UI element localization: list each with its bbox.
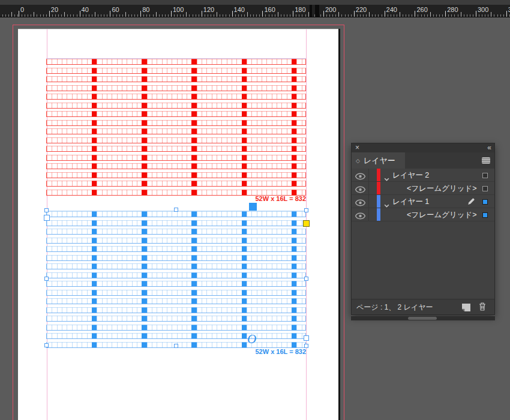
grid-line-row (46, 325, 306, 331)
selection-handle-top-center[interactable] (174, 208, 178, 212)
panel-titlebar[interactable]: × « (352, 143, 494, 152)
ruler-number-label: 280 (447, 6, 458, 13)
lock-toggle-cell[interactable] (369, 182, 377, 194)
grid-line-row (46, 190, 306, 196)
ruler-major-tick (202, 11, 202, 17)
visibility-eye-icon[interactable] (355, 211, 365, 218)
new-layer-button[interactable] (462, 303, 470, 311)
ruler-page-edge-notch (315, 5, 319, 17)
selection-proxy-square[interactable] (482, 212, 488, 218)
grid-line-row (46, 229, 306, 235)
ruler-major-tick (232, 11, 233, 17)
grid-line-row (46, 316, 306, 322)
ruler-number-label: 220 (356, 6, 367, 13)
tab-layers[interactable]: ◇ レイヤー (352, 152, 405, 169)
visibility-eye-icon[interactable] (355, 198, 365, 205)
layer-color-swatch (377, 169, 380, 181)
selection-proxy-square[interactable] (482, 199, 488, 205)
grid-line-row (46, 272, 306, 278)
layer-color-swatch (377, 195, 380, 208)
corner-edit-yellow-widget[interactable] (303, 220, 310, 227)
lock-toggle-cell[interactable] (369, 208, 377, 221)
ruler-number-label: 0 (20, 6, 24, 13)
grid-line-row (46, 181, 306, 187)
grid-line-row (46, 220, 306, 226)
selection-handle-mid-right[interactable] (304, 277, 308, 281)
selection-proxy-square[interactable] (482, 186, 488, 191)
layer-item-frame-grid-red[interactable]: <フレームグリッド> (352, 182, 494, 195)
scrollbar-thumb[interactable] (408, 317, 437, 320)
layer-row-layer1[interactable]: レイヤー 1 (352, 195, 494, 208)
ruler-major-tick (476, 11, 476, 17)
panel-status-bar: ページ : 1、 2 レイヤー (352, 299, 494, 314)
ruler-major-tick (49, 11, 50, 17)
panel-group-scrollbar[interactable] (351, 316, 495, 320)
ruler-major-tick (415, 11, 415, 17)
red-grid-dimensions-label: 52W x 16L = 832 (256, 195, 307, 202)
grid-line-row (46, 146, 306, 152)
grid-line-row (46, 155, 306, 161)
frame-adornment-square[interactable] (249, 203, 257, 211)
text-frame-out-port[interactable] (304, 335, 309, 341)
grid-line-row (46, 255, 306, 261)
frame-grid-blue-selected[interactable] (46, 211, 306, 348)
expand-chevron-icon[interactable] (384, 200, 389, 204)
ruler-major-tick (293, 11, 293, 17)
selection-handle-top-left[interactable] (44, 208, 49, 212)
ruler-number-label: 260 (416, 6, 427, 13)
grid-line-row (46, 290, 306, 296)
text-frame-in-port[interactable] (44, 215, 50, 221)
layer-name[interactable]: レイヤー 1 (392, 197, 429, 207)
lock-toggle-cell[interactable] (369, 169, 377, 181)
layer-color-swatch (377, 182, 380, 194)
selection-handle-top-right[interactable] (304, 208, 308, 212)
layer-row-layer2[interactable]: レイヤー 2 (352, 169, 494, 182)
layer-color-swatch (377, 208, 380, 221)
grid-line-row (46, 307, 306, 313)
grid-line-row (46, 137, 306, 143)
ruler-major-tick (19, 11, 19, 17)
horizontal-ruler[interactable]: 0204060801001201401601802002202402602803… (0, 5, 510, 17)
layers-list: レイヤー 2 <フレームグリッド> レイヤー 1 < (352, 169, 494, 299)
ruler-major-tick (140, 11, 141, 17)
grid-text-character: O (247, 332, 256, 347)
ruler-number-label: 300 (478, 6, 488, 13)
ruler-number-label: 100 (173, 6, 184, 13)
blue-grid-dimensions-label: 52W x 16L = 832 (256, 348, 307, 355)
selection-handle-bottom-center[interactable] (174, 344, 178, 348)
pen-edit-icon (467, 197, 475, 206)
grid-line-row (46, 172, 306, 178)
close-icon[interactable]: × (355, 143, 359, 152)
ruler-page-edge-notch (310, 5, 312, 17)
layer-item-name[interactable]: <フレームグリッド> (407, 210, 477, 220)
selection-handle-mid-left[interactable] (44, 277, 49, 281)
window-chrome (0, 0, 510, 5)
panel-tab-bar: ◇ レイヤー (352, 152, 494, 169)
selection-proxy-square[interactable] (482, 173, 488, 178)
tab-layers-label: レイヤー (364, 155, 395, 166)
selection-handle-bottom-right[interactable] (304, 344, 308, 348)
selection-handle-bottom-left[interactable] (44, 343, 49, 347)
ruler-number-label: 40 (82, 6, 89, 13)
grid-line-row (46, 103, 306, 109)
visibility-eye-icon[interactable] (355, 172, 365, 179)
ruler-number-label: 80 (142, 6, 149, 13)
delete-layer-button[interactable] (479, 302, 486, 311)
lock-toggle-cell[interactable] (369, 195, 377, 208)
ruler-major-tick (506, 11, 507, 17)
frame-grid-red[interactable] (46, 58, 306, 196)
grid-line-row (46, 76, 306, 82)
grid-line-row (46, 94, 306, 100)
visibility-eye-icon[interactable] (355, 185, 365, 192)
expand-chevron-icon[interactable] (384, 173, 389, 178)
layer-name[interactable]: レイヤー 2 (392, 170, 429, 181)
collapse-panel-icon[interactable]: « (487, 143, 491, 152)
ruler-number-label: 120 (203, 6, 214, 13)
layer-item-frame-grid-blue[interactable]: <フレームグリッド> (352, 208, 494, 221)
grid-line-row (46, 85, 306, 91)
grid-line-row (46, 281, 306, 287)
ruler-major-tick (171, 11, 172, 17)
panel-menu-icon[interactable] (482, 157, 490, 164)
grid-line-row (46, 211, 306, 217)
layer-item-name[interactable]: <フレームグリッド> (407, 184, 477, 194)
